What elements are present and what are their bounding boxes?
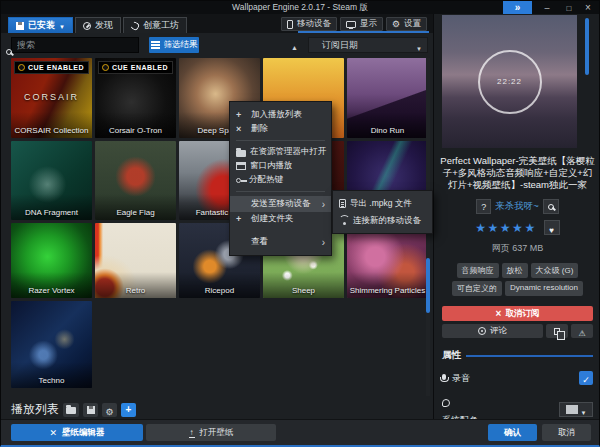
tab-installed[interactable]: 已安装 [8,17,73,33]
properties-header: 属性 [442,349,593,362]
maximize-icon [567,3,572,13]
settings-button[interactable]: 设置 [386,17,427,31]
author-link[interactable]: 来杀我呀~ [495,200,539,213]
menu-item-icon [236,214,247,225]
cancel-button[interactable]: 取消 [542,424,591,441]
details-panel: 22:22 Perfect Wallpaper-完美壁纸【落樱粒子+多风格动态音… [433,14,600,419]
filter-results-button[interactable]: 筛选结果 [149,37,199,53]
wallpaper-editor-button[interactable]: 壁纸编辑器 [11,424,143,441]
rating-stars[interactable]: ★★★★★ [475,221,536,235]
confirm-label: 确认 [504,427,521,439]
playlist-add-button[interactable] [121,403,136,417]
tab-workshop-label: 创意工坊 [143,19,179,32]
send-to-mobile-submenu: 导出 .mpkg 文件 连接新的移动设备 [332,190,433,234]
collapse-button[interactable] [503,1,532,14]
menu-item-label: 查看 [251,236,268,248]
chevron-down-icon [416,43,422,53]
cue-banner-label: CUE ENABLED [112,64,168,71]
minimize-button[interactable] [540,1,554,14]
color-dropdown[interactable] [559,402,593,417]
folder-icon [66,407,76,414]
main-tabs: 已安装 发现 创意工坊 [8,17,187,33]
submenu-item-icon [339,199,346,208]
search-icon [6,49,12,55]
collapse-icon [515,2,521,13]
chevron-down-icon [581,401,587,419]
phone-icon [287,20,293,29]
tag-pill[interactable]: 大众级 (G) [531,263,579,278]
report-button[interactable] [571,324,593,338]
wallpaper-tile[interactable]: Eagle Flag [95,141,176,220]
wallpaper-tile[interactable]: CUE ENABLED Corsair O-Tron [95,58,176,138]
wallpaper-preview: 22:22 [442,15,577,148]
wallpaper-tile[interactable]: Techno [11,301,92,388]
wallpaper-tile[interactable]: Razer Vortex [11,223,92,298]
context-menu-item[interactable]: 查看 [230,235,331,249]
confirm-button[interactable]: 确认 [488,424,537,441]
context-menu: 加入播放列表 删除 在资源管理器中打开 [229,101,332,256]
sort-ascending-button[interactable] [287,38,302,52]
tab-discover[interactable]: 发现 [75,17,121,33]
context-menu-item[interactable]: 创建文件夹 [230,212,331,226]
mobile-device-button[interactable]: 移动设备 [281,17,337,31]
warning-icon [578,322,585,340]
context-menu-item[interactable]: 发送至移动设备 [230,196,331,212]
panel-scrollbar-thumb[interactable] [585,18,589,75]
cue-banner-label: CUE ENABLED [28,64,84,71]
grid-scrollbar-thumb[interactable] [426,258,430,313]
playlist-open-folder-button[interactable] [63,403,79,417]
menu-item-icon [236,199,247,210]
tag-pill[interactable]: 放松 [502,263,528,278]
search-input[interactable] [12,38,138,52]
wallpaper-tile[interactable]: DNA Fragment [11,141,92,220]
color-swatch [566,405,578,414]
size-row: 网页 637 MB [434,242,600,255]
top-toolbar: 移动设备 显示 设置 [281,17,427,31]
minimize-icon [544,3,549,13]
menu-item-label: 创建文件夹 [251,213,294,225]
tag-pill[interactable]: Dynamic resolution [505,281,583,296]
copy-button[interactable] [546,324,568,338]
wallpaper-tile[interactable]: Shimmering Particles [347,223,428,298]
tag-list: 音频响应放松大众级 (G)可自定义的Dynamic resolution [438,263,597,296]
context-menu-item[interactable]: 加入播放列表 [230,108,331,122]
avatar: ? [476,199,491,214]
submenu-item[interactable]: 连接新的移动设备 [333,212,432,229]
search-icon [548,204,554,210]
wallpaper-tile[interactable]: Retro [95,223,176,298]
wallpaper-tile[interactable]: Dino Run [347,58,428,138]
playlist-save-button[interactable] [83,403,98,417]
wallpaper-title: Eagle Flag [95,194,176,220]
playlist-settings-button[interactable] [102,403,117,417]
save-icon [87,406,95,414]
wallpaper-title: Dino Run [347,112,428,138]
favorite-button[interactable] [544,220,560,235]
context-menu-item[interactable]: 窗口内播放 [230,159,331,173]
wallpaper-editor-label: 壁纸编辑器 [62,427,105,439]
tag-pill[interactable]: 音频响应 [457,263,499,278]
context-menu-item[interactable]: 删除 [230,122,331,136]
menu-item-label: 发送至移动设备 [251,198,311,210]
tag-pill[interactable]: 可自定义的 [452,281,502,296]
open-wallpaper-button[interactable]: 打开壁纸 [146,424,276,441]
search-author-button[interactable] [543,199,559,214]
submenu-item-label: 连接新的移动设备 [353,215,421,227]
wallpaper-tile[interactable]: CUE ENABLED CORSAIR CORSAIR Collection [11,58,92,138]
tab-installed-label: 已安装 [28,19,55,32]
context-menu-item[interactable]: 在资源管理器中打开 [230,145,331,159]
display-button[interactable]: 显示 [340,17,383,31]
submenu-item[interactable]: 导出 .mpkg 文件 [333,195,432,212]
record-audio-checkbox[interactable] [579,371,593,385]
wallpaper-title: Sheep [263,272,344,298]
close-button[interactable] [581,1,595,14]
sort-by-dropdown[interactable]: 订阅日期 [308,37,428,53]
tools-icon [49,428,57,438]
comment-button[interactable]: 评论 [442,324,543,338]
app-window: Wallpaper Engine 2.0.17 - Steam 版 已安装 发现… [0,0,600,447]
context-menu-item[interactable]: 分配热键 [230,173,331,187]
tab-workshop[interactable]: 创意工坊 [123,17,187,33]
wallpaper-type: 网页 [492,243,510,253]
unsubscribe-button[interactable]: 取消订阅 [442,306,593,321]
cue-logo-icon [18,64,25,71]
maximize-button[interactable] [562,1,576,14]
